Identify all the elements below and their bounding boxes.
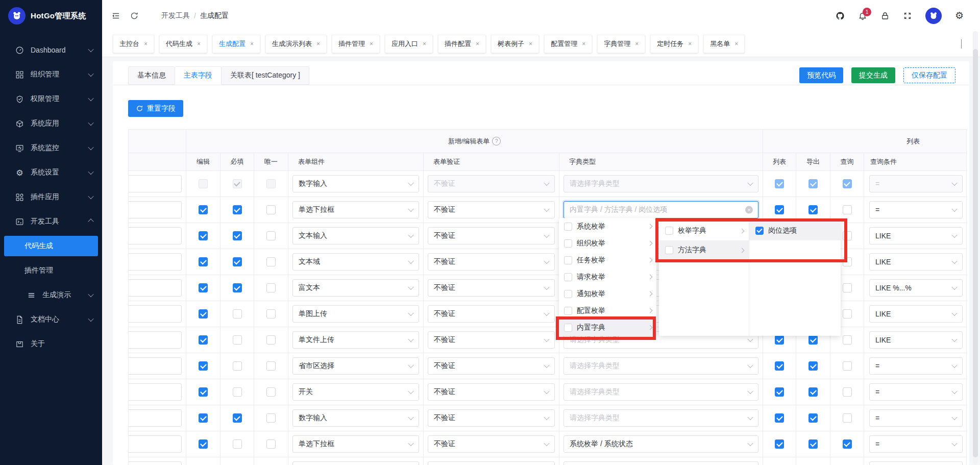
page-tab[interactable]: 定时任务 × (650, 35, 698, 53)
query-cond-select[interactable]: LIKE (869, 305, 963, 323)
field-name-input[interactable] (129, 435, 182, 453)
sidebar-item-permission[interactable]: 权限管理 (0, 87, 102, 111)
query-checkbox[interactable] (843, 257, 852, 266)
cascader-option[interactable]: 内置字典 (559, 319, 656, 336)
option-checkbox[interactable] (564, 324, 572, 332)
required-checkbox[interactable] (233, 387, 242, 397)
validation-select[interactable]: 不验证 (428, 201, 555, 218)
page-tab[interactable]: 插件配置 × (438, 35, 486, 53)
preview-code-button[interactable]: 预览代码 (799, 67, 843, 83)
unique-checkbox[interactable] (266, 205, 276, 214)
query-cond-select[interactable]: = (869, 175, 963, 192)
required-checkbox[interactable] (233, 257, 242, 266)
page-tab[interactable]: 插件管理 × (332, 35, 380, 53)
sidebar-item-code-generate[interactable]: 代码生成 (4, 236, 98, 256)
option-checkbox[interactable] (665, 227, 673, 235)
sidebar-item-plugin-manage[interactable]: 插件管理 (0, 258, 102, 283)
query-checkbox[interactable] (843, 361, 852, 371)
sidebar-item-org[interactable]: 组织管理 (0, 62, 102, 87)
cascader-option-post-options[interactable]: 岗位选项 (749, 221, 841, 240)
component-select[interactable]: 文本域 (292, 253, 419, 271)
save-config-only-button[interactable]: 仅保存配置 (903, 67, 955, 83)
component-select[interactable]: 省市区选择 (292, 357, 419, 375)
query-checkbox[interactable] (843, 231, 852, 240)
edit-checkbox[interactable] (199, 309, 208, 319)
edit-checkbox[interactable] (199, 257, 208, 266)
component-select[interactable]: 数字输入 (292, 175, 419, 192)
sidebar-item-dashboard[interactable]: Dashboard (0, 38, 102, 62)
export-checkbox[interactable] (808, 361, 818, 371)
component-select[interactable]: 开关 (292, 383, 419, 401)
dict-type-select[interactable]: 内置字典 / 方法字典 / 岗位选项× (564, 201, 758, 218)
option-checkbox[interactable] (564, 290, 572, 298)
query-cond-select[interactable]: = (869, 409, 963, 427)
close-icon[interactable]: × (582, 40, 585, 47)
option-checkbox[interactable] (564, 239, 572, 248)
edit-checkbox[interactable] (199, 387, 208, 397)
page-tab[interactable]: 主控台 × (113, 35, 154, 53)
clear-icon[interactable]: × (745, 206, 753, 214)
tab-main-fields[interactable]: 主表字段 (175, 66, 222, 85)
component-select[interactable]: 单图上传 (292, 305, 419, 323)
query-cond-select[interactable]: LIKE (869, 253, 963, 271)
tab-relation-table[interactable]: 关联表[ testCategory ] (222, 66, 309, 85)
validation-select[interactable]: 不验证 (428, 279, 555, 297)
list-checkbox[interactable] (775, 179, 784, 188)
edit-checkbox[interactable] (199, 179, 208, 188)
page-tab[interactable]: 字典管理 × (597, 35, 645, 53)
validation-select[interactable]: 不验证 (428, 305, 555, 323)
breadcrumb-section[interactable]: 开发工具 (161, 11, 190, 20)
submit-generate-button[interactable]: 提交生成 (851, 67, 895, 83)
validation-select[interactable]: 不验证 (428, 175, 555, 192)
avatar[interactable] (925, 8, 942, 24)
required-checkbox[interactable] (233, 205, 242, 214)
app-logo[interactable]: HotGo管理系统 (0, 0, 102, 32)
query-cond-select[interactable]: LIKE %...% (869, 279, 963, 297)
required-checkbox[interactable] (233, 309, 242, 319)
query-checkbox[interactable] (843, 205, 852, 214)
dict-type-select[interactable]: 请选择字典类型× (564, 409, 758, 427)
query-cond-select[interactable]: = (869, 201, 963, 218)
export-checkbox[interactable] (808, 387, 818, 397)
export-checkbox[interactable] (808, 439, 818, 449)
close-icon[interactable]: × (734, 40, 738, 47)
close-icon[interactable]: × (635, 40, 639, 47)
unique-checkbox[interactable] (266, 179, 276, 188)
reset-fields-button[interactable]: 重置字段 (128, 100, 183, 117)
sidebar-item-system-app[interactable]: 系统应用 (0, 111, 102, 136)
field-name-input[interactable] (129, 409, 182, 427)
help-icon[interactable]: ? (492, 137, 501, 145)
sidebar-item-settings[interactable]: ⚙ 系统设置 (0, 160, 102, 185)
edit-checkbox[interactable] (199, 205, 208, 214)
query-cond-select[interactable]: = (869, 383, 963, 401)
cascader-option[interactable]: 系统枚举 (559, 218, 656, 235)
field-name-input[interactable] (129, 461, 182, 465)
edit-checkbox[interactable] (199, 283, 208, 292)
component-select[interactable]: 富文本 (292, 279, 419, 297)
validation-select[interactable]: 不验证 (428, 357, 555, 375)
query-cond-select[interactable] (869, 461, 963, 465)
validation-select[interactable]: 不验证 (428, 227, 555, 244)
required-checkbox[interactable] (233, 179, 242, 188)
list-checkbox[interactable] (775, 387, 784, 397)
query-checkbox[interactable] (843, 439, 852, 449)
export-checkbox[interactable] (808, 413, 818, 423)
query-checkbox[interactable] (843, 413, 852, 423)
query-cond-select[interactable]: = (869, 435, 963, 453)
validation-select[interactable] (428, 461, 555, 465)
cascader-option[interactable]: 请求枚举 (559, 268, 656, 285)
sidebar-item-plugin-app[interactable]: 插件应用 (0, 185, 102, 209)
component-select[interactable]: 单选下拉框 (292, 435, 419, 453)
list-checkbox[interactable] (775, 205, 784, 214)
query-checkbox[interactable] (843, 179, 852, 188)
unique-checkbox[interactable] (266, 439, 276, 449)
component-select[interactable]: 文本输入 (292, 227, 419, 244)
dict-type-select[interactable]: 请选择字典类型× (564, 175, 758, 192)
close-icon[interactable]: × (529, 40, 532, 47)
option-checkbox[interactable] (564, 223, 572, 231)
component-select[interactable] (292, 461, 419, 465)
option-checkbox[interactable] (564, 307, 572, 315)
query-checkbox[interactable] (843, 283, 852, 292)
unique-checkbox[interactable] (266, 231, 276, 240)
edit-checkbox[interactable] (199, 231, 208, 240)
